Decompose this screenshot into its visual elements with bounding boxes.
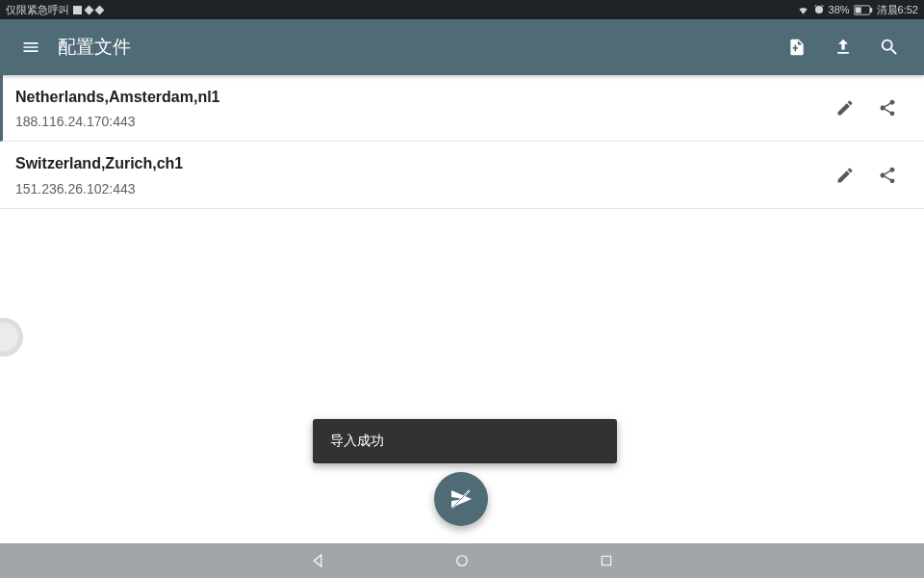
share-icon bbox=[878, 166, 897, 185]
search-icon bbox=[879, 37, 900, 58]
svg-rect-1 bbox=[870, 8, 872, 13]
connect-fab[interactable] bbox=[434, 472, 488, 526]
status-battery-text: 38% bbox=[829, 4, 850, 15]
hamburger-icon bbox=[21, 38, 40, 57]
battery-icon bbox=[854, 5, 873, 15]
nav-home-button[interactable] bbox=[443, 543, 481, 578]
upload-icon bbox=[834, 37, 853, 58]
alarm-icon bbox=[813, 4, 825, 15]
triangle-back-icon bbox=[309, 552, 326, 569]
status-time-text: 清晨6:52 bbox=[877, 3, 918, 17]
nav-recent-button[interactable] bbox=[587, 543, 626, 578]
status-bt-icon-2 bbox=[95, 5, 105, 14]
profile-address: 188.116.24.170:443 bbox=[15, 114, 824, 129]
toast: 导入成功 bbox=[313, 419, 617, 463]
status-emergency-text: 仅限紧急呼叫 bbox=[6, 3, 69, 17]
plane-off-icon bbox=[449, 487, 473, 511]
app-bar: 配置文件 bbox=[0, 19, 924, 75]
wifi-icon bbox=[797, 5, 809, 15]
status-bt-icon bbox=[85, 5, 94, 14]
share-button[interactable] bbox=[866, 89, 909, 127]
toast-text: 导入成功 bbox=[330, 433, 384, 448]
upload-button[interactable] bbox=[820, 24, 866, 70]
menu-button[interactable] bbox=[12, 28, 50, 66]
square-recent-icon bbox=[599, 553, 614, 568]
page-title: 配置文件 bbox=[58, 35, 131, 60]
svg-point-5 bbox=[457, 556, 468, 566]
profile-list: Netherlands,Amsterdam,nl1 188.116.24.170… bbox=[0, 75, 924, 209]
profile-name: Netherlands,Amsterdam,nl1 bbox=[15, 87, 824, 108]
svg-rect-6 bbox=[602, 556, 610, 565]
status-bar: 仅限紧急呼叫 38% 清晨6:52 bbox=[0, 0, 924, 19]
search-button[interactable] bbox=[866, 24, 912, 70]
profile-address: 151.236.26.102:443 bbox=[15, 181, 824, 197]
system-nav-bar bbox=[0, 543, 924, 578]
assist-handle[interactable] bbox=[0, 318, 23, 356]
file-plus-icon bbox=[787, 37, 807, 58]
new-file-button[interactable] bbox=[774, 24, 820, 70]
circle-home-icon bbox=[453, 552, 471, 569]
status-sim-icon bbox=[73, 6, 82, 14]
svg-rect-2 bbox=[855, 7, 860, 13]
profile-row[interactable]: Netherlands,Amsterdam,nl1 188.116.24.170… bbox=[0, 75, 924, 142]
edit-button[interactable] bbox=[824, 89, 866, 127]
nav-back-button[interactable] bbox=[298, 543, 337, 578]
pencil-icon bbox=[835, 98, 855, 118]
profile-row[interactable]: Switzerland,Zurich,ch1 151.236.26.102:44… bbox=[0, 142, 924, 208]
share-button[interactable] bbox=[866, 156, 909, 195]
edit-button[interactable] bbox=[824, 156, 866, 195]
share-icon bbox=[878, 98, 897, 118]
pencil-icon bbox=[835, 166, 855, 185]
profile-name: Switzerland,Zurich,ch1 bbox=[15, 153, 824, 174]
